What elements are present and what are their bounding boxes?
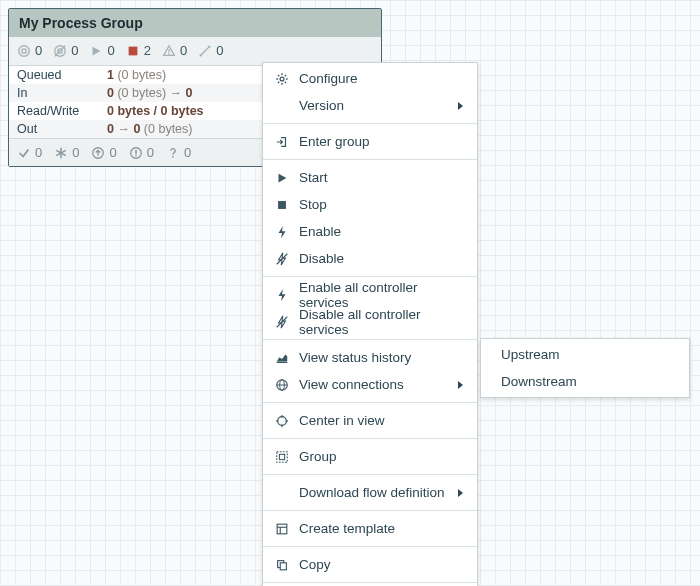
- queued-count: 1: [107, 68, 114, 82]
- svg-marker-28: [279, 173, 287, 182]
- check-icon: [17, 146, 31, 160]
- running-count: 0: [107, 43, 114, 58]
- chevron-right-icon: [458, 489, 463, 497]
- menu-label: Disable all controller services: [299, 307, 463, 337]
- menu-disable-all-cs[interactable]: Disable all controller services: [263, 308, 477, 335]
- menu-group[interactable]: Group: [263, 443, 477, 470]
- menu-separator: [263, 123, 477, 124]
- svg-rect-29: [278, 201, 286, 209]
- svg-point-10: [208, 45, 210, 47]
- out-count: 0: [133, 122, 140, 136]
- stop-square-icon: [275, 198, 289, 212]
- stale-count: 0: [109, 145, 116, 160]
- svg-rect-45: [279, 454, 284, 459]
- menu-disable[interactable]: Disable: [263, 245, 477, 272]
- process-group-title: My Process Group: [9, 9, 381, 37]
- menu-download-flow-definition[interactable]: Download flow definition: [263, 479, 477, 506]
- in-count: 0: [107, 86, 114, 100]
- arrow-right-icon: →: [117, 122, 130, 136]
- play-icon: [275, 171, 289, 185]
- svg-point-17: [135, 154, 137, 156]
- menu-view-connections[interactable]: View connections: [263, 371, 477, 398]
- svg-point-19: [280, 77, 284, 81]
- menu-separator: [263, 339, 477, 340]
- question-icon: [166, 146, 180, 160]
- tools-icon: [198, 44, 212, 58]
- menu-label: Version: [299, 98, 448, 113]
- svg-rect-44: [277, 451, 288, 462]
- menu-label: Downstream: [501, 374, 675, 389]
- menu-label: Configure: [299, 71, 463, 86]
- copy-icon: [275, 558, 289, 572]
- queued-size: (0 bytes): [117, 68, 166, 82]
- menu-label: Stop: [299, 197, 463, 212]
- svg-point-8: [168, 53, 170, 55]
- group-icon: [275, 450, 289, 464]
- flash-slash-icon: [275, 252, 289, 266]
- asterisk-icon: [54, 146, 68, 160]
- menu-label: View status history: [299, 350, 463, 365]
- locally-modified-stale-count: 0: [147, 145, 154, 160]
- svg-marker-33: [279, 288, 286, 300]
- not-transmitting-count: 0: [71, 43, 78, 58]
- menu-configure[interactable]: Configure: [263, 65, 477, 92]
- chevron-right-icon: [458, 381, 463, 389]
- menu-center-in-view[interactable]: Center in view: [263, 407, 477, 434]
- menu-stop[interactable]: Stop: [263, 191, 477, 218]
- submenu-upstream[interactable]: Upstream: [481, 341, 689, 368]
- menu-label: View connections: [299, 377, 448, 392]
- menu-label: Enable: [299, 224, 463, 239]
- menu-label: Enable all controller services: [299, 280, 463, 310]
- crosshair-icon: [275, 414, 289, 428]
- menu-separator: [263, 159, 477, 160]
- menu-status-history[interactable]: View status history: [263, 344, 477, 371]
- flash-icon: [275, 225, 289, 239]
- template-icon: [275, 522, 289, 536]
- menu-label: Copy: [299, 557, 463, 572]
- menu-version[interactable]: Version: [263, 92, 477, 119]
- out-before: 0: [107, 122, 114, 136]
- rw-label: Read/Write: [9, 102, 99, 120]
- out-label: Out: [9, 120, 99, 138]
- menu-label: Group: [299, 449, 463, 464]
- in-label: In: [9, 84, 99, 102]
- svg-rect-6: [128, 46, 137, 55]
- flash-icon: [275, 288, 289, 302]
- menu-label: Center in view: [299, 413, 463, 428]
- context-menu: Configure Version Enter group Start Stop…: [262, 62, 478, 586]
- menu-label: Download flow definition: [299, 485, 448, 500]
- svg-marker-5: [93, 46, 101, 55]
- disabled-count: 0: [216, 43, 223, 58]
- svg-rect-50: [280, 562, 286, 569]
- svg-point-1: [22, 48, 26, 52]
- menu-separator: [263, 474, 477, 475]
- gear-icon: [275, 72, 289, 86]
- area-chart-icon: [275, 351, 289, 365]
- menu-enable-all-cs[interactable]: Enable all controller services: [263, 281, 477, 308]
- sign-in-icon: [275, 135, 289, 149]
- queued-label: Queued: [9, 66, 99, 84]
- menu-separator: [263, 582, 477, 583]
- menu-copy[interactable]: Copy: [263, 551, 477, 578]
- menu-separator: [263, 546, 477, 547]
- svg-line-26: [278, 81, 279, 82]
- menu-label: Create template: [299, 521, 463, 536]
- svg-point-18: [172, 155, 174, 157]
- arrow-right-icon: →: [170, 86, 183, 100]
- submenu-downstream[interactable]: Downstream: [481, 368, 689, 395]
- menu-start[interactable]: Start: [263, 164, 477, 191]
- menu-label: Enter group: [299, 134, 463, 149]
- play-icon: [89, 44, 103, 58]
- rw-value: 0 bytes / 0 bytes: [107, 104, 204, 118]
- globe-icon: [275, 378, 289, 392]
- stop-square-icon: [126, 44, 140, 58]
- in-after: 0: [186, 86, 193, 100]
- svg-line-27: [285, 74, 286, 75]
- menu-enable[interactable]: Enable: [263, 218, 477, 245]
- menu-separator: [263, 438, 477, 439]
- bullseye-icon: [17, 44, 31, 58]
- svg-line-25: [285, 81, 286, 82]
- stopped-count: 2: [144, 43, 151, 58]
- menu-enter-group[interactable]: Enter group: [263, 128, 477, 155]
- menu-create-template[interactable]: Create template: [263, 515, 477, 542]
